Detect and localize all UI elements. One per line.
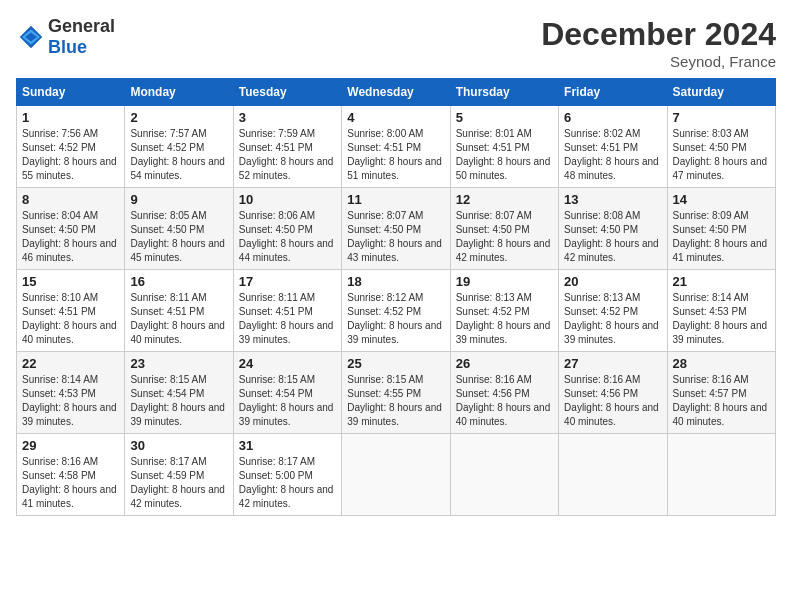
- week-row-5: 29 Sunrise: 8:16 AM Sunset: 4:58 PM Dayl…: [17, 434, 776, 516]
- logo-icon: [16, 22, 46, 52]
- table-cell: 9 Sunrise: 8:05 AM Sunset: 4:50 PM Dayli…: [125, 188, 233, 270]
- table-cell: 31 Sunrise: 8:17 AM Sunset: 5:00 PM Dayl…: [233, 434, 341, 516]
- day-info: Sunrise: 8:12 AM Sunset: 4:52 PM Dayligh…: [347, 291, 444, 347]
- day-info: Sunrise: 8:16 AM Sunset: 4:56 PM Dayligh…: [456, 373, 553, 429]
- table-cell: 2 Sunrise: 7:57 AM Sunset: 4:52 PM Dayli…: [125, 106, 233, 188]
- table-cell: 5 Sunrise: 8:01 AM Sunset: 4:51 PM Dayli…: [450, 106, 558, 188]
- week-row-4: 22 Sunrise: 8:14 AM Sunset: 4:53 PM Dayl…: [17, 352, 776, 434]
- day-number: 20: [564, 274, 661, 289]
- day-info: Sunrise: 8:16 AM Sunset: 4:58 PM Dayligh…: [22, 455, 119, 511]
- day-number: 26: [456, 356, 553, 371]
- day-number: 4: [347, 110, 444, 125]
- table-cell: 6 Sunrise: 8:02 AM Sunset: 4:51 PM Dayli…: [559, 106, 667, 188]
- day-info: Sunrise: 8:13 AM Sunset: 4:52 PM Dayligh…: [456, 291, 553, 347]
- day-number: 23: [130, 356, 227, 371]
- header-friday: Friday: [559, 79, 667, 106]
- table-cell: 30 Sunrise: 8:17 AM Sunset: 4:59 PM Dayl…: [125, 434, 233, 516]
- day-number: 9: [130, 192, 227, 207]
- day-info: Sunrise: 8:16 AM Sunset: 4:56 PM Dayligh…: [564, 373, 661, 429]
- title-block: December 2024 Seynod, France: [541, 16, 776, 70]
- day-number: 2: [130, 110, 227, 125]
- table-cell: 29 Sunrise: 8:16 AM Sunset: 4:58 PM Dayl…: [17, 434, 125, 516]
- logo-general: General: [48, 16, 115, 36]
- header-monday: Monday: [125, 79, 233, 106]
- day-info: Sunrise: 8:13 AM Sunset: 4:52 PM Dayligh…: [564, 291, 661, 347]
- table-cell: 22 Sunrise: 8:14 AM Sunset: 4:53 PM Dayl…: [17, 352, 125, 434]
- day-number: 17: [239, 274, 336, 289]
- day-info: Sunrise: 8:15 AM Sunset: 4:55 PM Dayligh…: [347, 373, 444, 429]
- day-info: Sunrise: 8:00 AM Sunset: 4:51 PM Dayligh…: [347, 127, 444, 183]
- table-cell: 21 Sunrise: 8:14 AM Sunset: 4:53 PM Dayl…: [667, 270, 775, 352]
- table-cell: 8 Sunrise: 8:04 AM Sunset: 4:50 PM Dayli…: [17, 188, 125, 270]
- table-cell: 23 Sunrise: 8:15 AM Sunset: 4:54 PM Dayl…: [125, 352, 233, 434]
- day-info: Sunrise: 8:11 AM Sunset: 4:51 PM Dayligh…: [239, 291, 336, 347]
- table-cell: 12 Sunrise: 8:07 AM Sunset: 4:50 PM Dayl…: [450, 188, 558, 270]
- day-info: Sunrise: 7:59 AM Sunset: 4:51 PM Dayligh…: [239, 127, 336, 183]
- day-number: 10: [239, 192, 336, 207]
- day-info: Sunrise: 8:07 AM Sunset: 4:50 PM Dayligh…: [456, 209, 553, 265]
- day-number: 3: [239, 110, 336, 125]
- day-info: Sunrise: 8:09 AM Sunset: 4:50 PM Dayligh…: [673, 209, 770, 265]
- day-number: 25: [347, 356, 444, 371]
- table-cell: 7 Sunrise: 8:03 AM Sunset: 4:50 PM Dayli…: [667, 106, 775, 188]
- header-sunday: Sunday: [17, 79, 125, 106]
- page-header: General Blue December 2024 Seynod, Franc…: [16, 16, 776, 70]
- day-info: Sunrise: 8:17 AM Sunset: 4:59 PM Dayligh…: [130, 455, 227, 511]
- day-number: 15: [22, 274, 119, 289]
- logo-blue: Blue: [48, 37, 87, 57]
- day-number: 5: [456, 110, 553, 125]
- day-number: 16: [130, 274, 227, 289]
- day-number: 28: [673, 356, 770, 371]
- day-number: 13: [564, 192, 661, 207]
- day-number: 8: [22, 192, 119, 207]
- day-number: 29: [22, 438, 119, 453]
- table-cell: 27 Sunrise: 8:16 AM Sunset: 4:56 PM Dayl…: [559, 352, 667, 434]
- table-cell: 24 Sunrise: 8:15 AM Sunset: 4:54 PM Dayl…: [233, 352, 341, 434]
- day-number: 22: [22, 356, 119, 371]
- table-cell: 1 Sunrise: 7:56 AM Sunset: 4:52 PM Dayli…: [17, 106, 125, 188]
- day-info: Sunrise: 8:05 AM Sunset: 4:50 PM Dayligh…: [130, 209, 227, 265]
- day-number: 31: [239, 438, 336, 453]
- week-row-2: 8 Sunrise: 8:04 AM Sunset: 4:50 PM Dayli…: [17, 188, 776, 270]
- week-row-1: 1 Sunrise: 7:56 AM Sunset: 4:52 PM Dayli…: [17, 106, 776, 188]
- day-info: Sunrise: 8:03 AM Sunset: 4:50 PM Dayligh…: [673, 127, 770, 183]
- calendar-table: Sunday Monday Tuesday Wednesday Thursday…: [16, 78, 776, 516]
- table-cell: [450, 434, 558, 516]
- day-info: Sunrise: 8:04 AM Sunset: 4:50 PM Dayligh…: [22, 209, 119, 265]
- month-title: December 2024: [541, 16, 776, 53]
- table-cell: 3 Sunrise: 7:59 AM Sunset: 4:51 PM Dayli…: [233, 106, 341, 188]
- day-number: 19: [456, 274, 553, 289]
- table-cell: 10 Sunrise: 8:06 AM Sunset: 4:50 PM Dayl…: [233, 188, 341, 270]
- day-number: 6: [564, 110, 661, 125]
- day-info: Sunrise: 8:17 AM Sunset: 5:00 PM Dayligh…: [239, 455, 336, 511]
- day-info: Sunrise: 8:02 AM Sunset: 4:51 PM Dayligh…: [564, 127, 661, 183]
- day-number: 30: [130, 438, 227, 453]
- day-info: Sunrise: 8:08 AM Sunset: 4:50 PM Dayligh…: [564, 209, 661, 265]
- table-cell: 16 Sunrise: 8:11 AM Sunset: 4:51 PM Dayl…: [125, 270, 233, 352]
- header-tuesday: Tuesday: [233, 79, 341, 106]
- day-info: Sunrise: 8:16 AM Sunset: 4:57 PM Dayligh…: [673, 373, 770, 429]
- logo: General Blue: [16, 16, 115, 58]
- header-thursday: Thursday: [450, 79, 558, 106]
- day-info: Sunrise: 8:11 AM Sunset: 4:51 PM Dayligh…: [130, 291, 227, 347]
- day-info: Sunrise: 7:56 AM Sunset: 4:52 PM Dayligh…: [22, 127, 119, 183]
- day-number: 14: [673, 192, 770, 207]
- day-info: Sunrise: 8:15 AM Sunset: 4:54 PM Dayligh…: [130, 373, 227, 429]
- logo-text: General Blue: [48, 16, 115, 58]
- table-cell: 17 Sunrise: 8:11 AM Sunset: 4:51 PM Dayl…: [233, 270, 341, 352]
- day-info: Sunrise: 8:06 AM Sunset: 4:50 PM Dayligh…: [239, 209, 336, 265]
- table-cell: 14 Sunrise: 8:09 AM Sunset: 4:50 PM Dayl…: [667, 188, 775, 270]
- table-cell: 11 Sunrise: 8:07 AM Sunset: 4:50 PM Dayl…: [342, 188, 450, 270]
- day-number: 11: [347, 192, 444, 207]
- table-cell: 4 Sunrise: 8:00 AM Sunset: 4:51 PM Dayli…: [342, 106, 450, 188]
- table-cell: 13 Sunrise: 8:08 AM Sunset: 4:50 PM Dayl…: [559, 188, 667, 270]
- day-info: Sunrise: 8:10 AM Sunset: 4:51 PM Dayligh…: [22, 291, 119, 347]
- table-cell: [559, 434, 667, 516]
- day-number: 21: [673, 274, 770, 289]
- day-number: 18: [347, 274, 444, 289]
- day-number: 27: [564, 356, 661, 371]
- day-number: 12: [456, 192, 553, 207]
- header-saturday: Saturday: [667, 79, 775, 106]
- table-cell: 25 Sunrise: 8:15 AM Sunset: 4:55 PM Dayl…: [342, 352, 450, 434]
- location-title: Seynod, France: [541, 53, 776, 70]
